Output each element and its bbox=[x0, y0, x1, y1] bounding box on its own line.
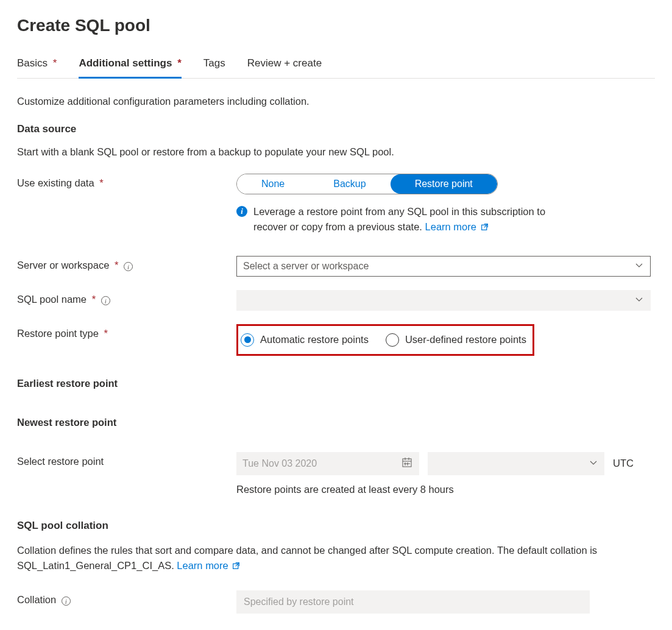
tab-basics[interactable]: Basics * bbox=[17, 57, 57, 78]
desc-text: Collation defines the rules that sort an… bbox=[17, 545, 597, 572]
option-restore-point[interactable]: Restore point bbox=[391, 174, 497, 194]
info-icon[interactable]: i bbox=[101, 296, 110, 305]
radio-label: Automatic restore points bbox=[260, 334, 369, 345]
collation-heading: SQL pool collation bbox=[17, 520, 655, 532]
external-link-icon bbox=[481, 220, 489, 235]
restore-time-select[interactable] bbox=[428, 452, 604, 475]
chevron-down-icon bbox=[590, 458, 597, 469]
tab-label: Review + create bbox=[247, 57, 322, 69]
data-source-heading: Data source bbox=[17, 123, 655, 135]
svg-rect-1 bbox=[403, 459, 411, 467]
restore-frequency-note: Restore points are created at least ever… bbox=[236, 484, 651, 495]
radio-label: User-defined restore points bbox=[405, 334, 526, 345]
radio-automatic-restore[interactable]: Automatic restore points bbox=[241, 333, 369, 347]
required-asterisk-icon: * bbox=[177, 57, 182, 69]
select-restore-point-label: Select restore point bbox=[17, 452, 236, 467]
external-link-icon bbox=[232, 559, 240, 575]
chevron-down-icon bbox=[635, 261, 643, 272]
sql-pool-name-label: SQL pool name * i bbox=[17, 290, 236, 306]
tab-review-create[interactable]: Review + create bbox=[247, 57, 322, 78]
page-title: Create SQL pool bbox=[17, 16, 655, 35]
help-text: Leverage a restore point from any SQL po… bbox=[253, 206, 545, 232]
use-existing-data-label: Use existing data * bbox=[17, 174, 236, 189]
info-icon: i bbox=[236, 206, 247, 217]
link-text: Learn more bbox=[425, 221, 476, 232]
required-asterisk-icon: * bbox=[104, 328, 108, 339]
collation-value: Specified by restore point bbox=[244, 596, 354, 607]
highlight-annotation: Automatic restore points User-defined re… bbox=[236, 324, 534, 356]
restore-help: i Leverage a restore point from any SQL … bbox=[236, 204, 565, 235]
required-asterisk-icon: * bbox=[99, 177, 103, 188]
server-workspace-label: Server or workspace * i bbox=[17, 256, 236, 272]
tabs-bar: Basics * Additional settings * Tags Revi… bbox=[17, 57, 655, 79]
radio-icon bbox=[386, 333, 399, 347]
label-text: Server or workspace bbox=[17, 260, 109, 271]
utc-label: UTC bbox=[613, 458, 634, 469]
required-asterisk-icon: * bbox=[92, 294, 96, 305]
label-text: Use existing data bbox=[17, 177, 94, 188]
restore-date-input[interactable]: Tue Nov 03 2020 bbox=[236, 452, 419, 475]
chevron-down-icon bbox=[635, 295, 643, 306]
label-text: Collation bbox=[17, 594, 56, 605]
earliest-restore-label: Earliest restore point bbox=[17, 374, 236, 389]
learn-more-link[interactable]: Learn more bbox=[425, 221, 489, 232]
collation-learn-more-link[interactable]: Learn more bbox=[177, 560, 240, 571]
collation-description: Collation defines the rules that sort an… bbox=[17, 543, 655, 575]
collation-input: Specified by restore point bbox=[236, 590, 590, 614]
tab-label: Tags bbox=[203, 57, 225, 69]
link-text: Learn more bbox=[177, 560, 228, 571]
required-asterisk-icon: * bbox=[115, 260, 118, 271]
tab-label: Basics bbox=[17, 57, 48, 69]
info-icon[interactable]: i bbox=[62, 596, 71, 606]
intro-text: Customize additional configuration param… bbox=[17, 96, 655, 107]
tab-tags[interactable]: Tags bbox=[203, 57, 225, 78]
tab-label: Additional settings bbox=[79, 57, 172, 69]
info-icon[interactable]: i bbox=[124, 262, 133, 271]
option-backup[interactable]: Backup bbox=[309, 174, 390, 194]
label-text: Restore point type bbox=[17, 328, 99, 339]
tab-additional-settings[interactable]: Additional settings * bbox=[79, 57, 181, 79]
option-none[interactable]: None bbox=[237, 174, 309, 194]
radio-icon bbox=[241, 333, 254, 347]
data-source-description: Start with a blank SQL pool or restore f… bbox=[17, 146, 655, 158]
label-text: SQL pool name bbox=[17, 294, 87, 305]
collation-label: Collation i bbox=[17, 590, 236, 606]
newest-restore-label: Newest restore point bbox=[17, 413, 236, 428]
calendar-icon bbox=[402, 458, 412, 470]
placeholder-text: Select a server or workspace bbox=[243, 261, 369, 272]
required-asterisk-icon: * bbox=[53, 57, 57, 69]
sql-pool-name-select[interactable] bbox=[236, 290, 651, 311]
radio-user-defined-restore[interactable]: User-defined restore points bbox=[386, 333, 526, 347]
use-existing-data-toggle: None Backup Restore point bbox=[236, 174, 498, 194]
restore-point-type-label: Restore point type * bbox=[17, 324, 236, 339]
date-value: Tue Nov 03 2020 bbox=[242, 458, 317, 469]
server-workspace-select[interactable]: Select a server or workspace bbox=[236, 256, 651, 277]
